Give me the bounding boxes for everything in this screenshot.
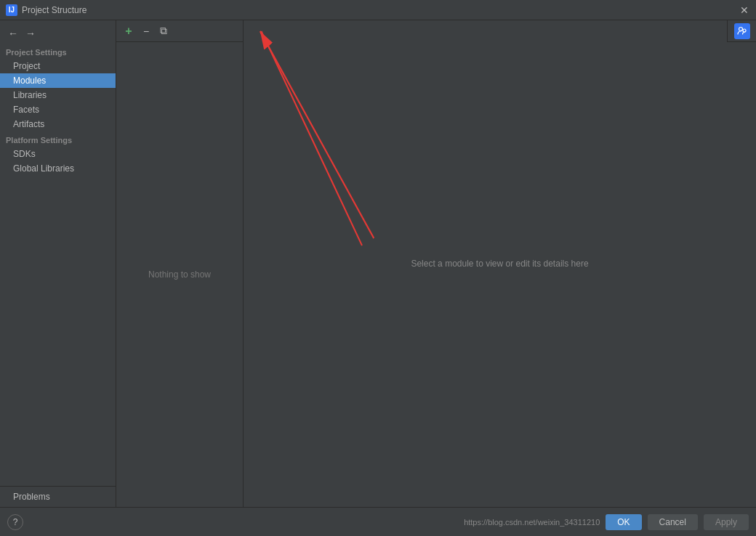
sidebar: ← → Project Settings Project Modules Lib… [0,20,116,507]
sidebar-item-artifacts[interactable]: Artifacts [0,117,116,131]
bottom-right: https://blog.csdn.net/weixin_34311210 OK… [464,514,749,530]
svg-line-3 [261,31,362,245]
content-area: ← → Project Settings Project Modules Lib… [0,20,756,507]
bottom-bar: ? https://blog.csdn.net/weixin_34311210 … [0,507,756,536]
nav-back-button[interactable]: ← [6,26,20,41]
sidebar-bottom: Problems [0,486,116,507]
sidebar-item-facets[interactable]: Facets [0,102,116,117]
sidebar-item-libraries[interactable]: Libraries [0,88,116,102]
add-module-button[interactable]: + [121,23,137,39]
top-right-icon-area [727,20,756,42]
remove-module-button[interactable]: − [138,23,154,39]
platform-settings-label: Platform Settings [0,131,116,147]
module-toolbar: + − ⧉ [116,20,243,42]
nothing-to-show-text: Nothing to show [148,269,211,280]
cancel-button[interactable]: Cancel [648,514,698,530]
detail-area: Select a module to view or edit its deta… [244,20,756,507]
collaboration-icon[interactable] [734,23,750,39]
nav-forward-button[interactable]: → [23,26,38,41]
title-bar-left: IJ Project Structure [6,4,87,16]
module-list: Nothing to show [116,42,243,507]
sidebar-item-modules[interactable]: Modules [0,73,116,88]
title-bar: IJ Project Structure ✕ [0,0,756,20]
detail-message: Select a module to view or edit its deta… [411,259,588,269]
copy-module-button[interactable]: ⧉ [156,23,172,39]
svg-point-1 [743,29,746,32]
left-panel: + − ⧉ Nothing to show [116,20,244,507]
sidebar-header: ← → [0,23,116,44]
ok-button[interactable]: OK [606,514,641,530]
help-button[interactable]: ? [7,514,23,530]
svg-point-0 [739,27,742,31]
url-text: https://blog.csdn.net/weixin_34311210 [464,518,600,527]
window-title: Project Structure [22,5,87,15]
sidebar-item-problems[interactable]: Problems [0,490,116,504]
close-button[interactable]: ✕ [739,4,750,16]
apply-button[interactable]: Apply [704,514,749,530]
sidebar-item-project[interactable]: Project [0,59,116,73]
sidebar-item-global-libraries[interactable]: Global Libraries [0,161,116,176]
main-container: ← → Project Settings Project Modules Lib… [0,20,756,536]
bottom-left: ? [7,514,23,530]
app-icon: IJ [6,4,17,16]
project-settings-label: Project Settings [0,44,116,59]
sidebar-item-sdks[interactable]: SDKs [0,147,116,161]
svg-line-4 [260,31,374,238]
